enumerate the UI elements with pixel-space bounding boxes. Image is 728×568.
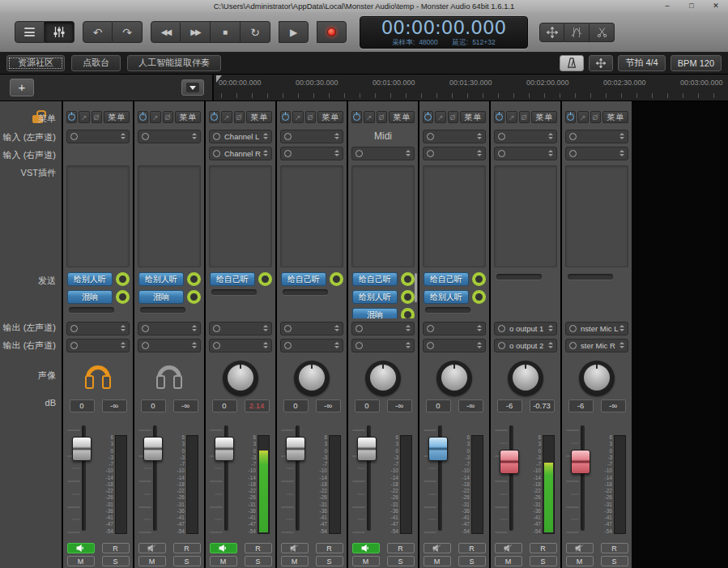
tab-resource-community[interactable]: 资源社区 bbox=[6, 55, 65, 71]
channel-phase-button[interactable]: Ø bbox=[519, 111, 530, 123]
channel-menu-button[interactable]: 菜单 bbox=[104, 111, 130, 123]
solo-button[interactable]: S bbox=[458, 556, 486, 566]
fader-db-value[interactable]: 0 bbox=[141, 399, 166, 412]
send-button[interactable]: 给别人听 bbox=[138, 272, 184, 286]
send-level-knob[interactable] bbox=[187, 290, 201, 304]
send-level-knob[interactable] bbox=[401, 272, 415, 286]
output-select[interactable] bbox=[66, 339, 130, 352]
pan-knob[interactable] bbox=[365, 361, 401, 396]
channel-phase-button[interactable]: Ø bbox=[163, 111, 173, 123]
fader-handle[interactable] bbox=[286, 437, 305, 461]
headphones-icon[interactable] bbox=[152, 363, 186, 394]
peak-db-value[interactable]: -∞ bbox=[102, 399, 127, 412]
output-select[interactable] bbox=[209, 322, 272, 335]
monitor-speaker-button[interactable] bbox=[210, 543, 237, 553]
add-track-button[interactable]: + bbox=[10, 79, 34, 96]
input-select[interactable]: Channel R bbox=[209, 147, 272, 160]
input-select[interactable] bbox=[494, 130, 557, 143]
solo-button[interactable]: S bbox=[102, 556, 130, 566]
record-arm-button[interactable]: R bbox=[245, 543, 272, 553]
input-select[interactable] bbox=[351, 147, 415, 160]
channel-menu-button[interactable]: 菜单 bbox=[460, 111, 486, 123]
channel-power-button[interactable] bbox=[280, 111, 291, 123]
play-button[interactable]: ▶ bbox=[279, 21, 309, 43]
send-slider[interactable] bbox=[568, 274, 613, 280]
fader-handle[interactable] bbox=[143, 437, 163, 461]
solo-button[interactable]: S bbox=[387, 556, 415, 566]
record-arm-button[interactable]: R bbox=[458, 543, 486, 553]
solo-button[interactable]: S bbox=[530, 556, 557, 566]
minimize-button[interactable]: – bbox=[655, 0, 679, 12]
send-slider[interactable] bbox=[425, 307, 470, 313]
send-slider[interactable] bbox=[140, 307, 185, 313]
fader-db-value[interactable]: 0 bbox=[212, 399, 237, 412]
send-button[interactable]: 混响 bbox=[138, 290, 184, 304]
tab-ai-accompaniment-extract[interactable]: 人工智能提取伴奏 bbox=[127, 55, 221, 71]
stop-button[interactable]: ■ bbox=[211, 21, 241, 43]
channel-phase-button[interactable]: Ø bbox=[92, 111, 102, 123]
titlebar[interactable]: C:\Users\Administrator\AppData\Local\Mon… bbox=[0, 0, 728, 12]
send-slider[interactable] bbox=[496, 274, 542, 280]
send-level-knob[interactable] bbox=[116, 272, 130, 286]
fader-handle[interactable] bbox=[500, 450, 519, 474]
input-select[interactable] bbox=[494, 147, 557, 160]
channel-phase-button[interactable]: Ø bbox=[234, 111, 245, 123]
send-level-knob[interactable] bbox=[401, 290, 415, 304]
input-select[interactable] bbox=[66, 130, 130, 143]
channel-phase-button[interactable]: Ø bbox=[590, 111, 601, 123]
undo-button[interactable]: ↶ bbox=[83, 21, 113, 43]
channel-menu-button[interactable]: 菜单 bbox=[317, 111, 343, 123]
fader-db-value[interactable]: 0 bbox=[70, 399, 95, 412]
send-button[interactable]: 给别人听 bbox=[67, 272, 113, 286]
channel-menu-button[interactable]: 菜单 bbox=[246, 111, 272, 123]
channel-phase-button[interactable]: Ø bbox=[305, 111, 316, 123]
pan-knob[interactable] bbox=[294, 361, 330, 396]
send-slider[interactable] bbox=[69, 307, 114, 313]
peak-db-value[interactable]: -∞ bbox=[316, 399, 341, 412]
input-select[interactable] bbox=[423, 130, 486, 143]
vst-plugin-area[interactable] bbox=[138, 165, 201, 267]
record-arm-button[interactable]: R bbox=[530, 543, 557, 553]
monitor-speaker-button[interactable] bbox=[67, 543, 95, 553]
channel-expand-button[interactable]: ↗ bbox=[364, 111, 374, 123]
fader-db-value[interactable]: -6 bbox=[568, 399, 594, 412]
input-select[interactable] bbox=[280, 130, 343, 143]
send-level-knob[interactable] bbox=[401, 308, 415, 319]
move-tool-button[interactable] bbox=[539, 23, 564, 42]
fader-db-value[interactable]: 0 bbox=[355, 399, 380, 412]
channel-expand-button[interactable]: ↗ bbox=[221, 111, 232, 123]
record-arm-button[interactable]: R bbox=[387, 543, 415, 553]
mute-button[interactable]: M bbox=[210, 556, 237, 566]
input-select[interactable] bbox=[565, 130, 628, 143]
tab-song-request[interactable]: 点歌台 bbox=[71, 55, 121, 71]
channel-menu-button[interactable]: 菜单 bbox=[531, 111, 557, 123]
send-slider[interactable] bbox=[283, 289, 328, 295]
fader-track[interactable] bbox=[581, 425, 585, 531]
solo-button[interactable]: S bbox=[316, 556, 343, 566]
channel-menu-button[interactable]: 菜单 bbox=[602, 111, 628, 123]
channel-power-button[interactable] bbox=[138, 111, 148, 123]
pan-knob[interactable] bbox=[436, 361, 472, 396]
rewind-button[interactable]: ◀◀ bbox=[151, 21, 181, 43]
mixer-view-button[interactable] bbox=[45, 21, 75, 43]
peak-db-value[interactable]: 2.14 bbox=[245, 399, 270, 412]
cut-tool-button[interactable] bbox=[590, 23, 615, 42]
channel-menu-button[interactable]: 菜单 bbox=[175, 111, 201, 123]
maximize-button[interactable]: □ bbox=[679, 0, 704, 12]
timeline-ruler[interactable]: 00:00:00.00000:00:30.00000:01:00.00000:0… bbox=[214, 75, 728, 100]
record-arm-button[interactable]: R bbox=[316, 543, 343, 553]
fader-handle[interactable] bbox=[357, 437, 377, 461]
monitor-speaker-button[interactable] bbox=[138, 543, 166, 553]
peak-db-value[interactable]: -∞ bbox=[173, 399, 198, 412]
channel-expand-button[interactable]: ↗ bbox=[150, 111, 160, 123]
fader-db-value[interactable]: 0 bbox=[283, 399, 309, 412]
fader-handle[interactable] bbox=[428, 437, 448, 461]
channel-power-button[interactable] bbox=[209, 111, 219, 123]
peak-db-value[interactable]: -∞ bbox=[458, 399, 483, 412]
output-select[interactable] bbox=[138, 322, 201, 335]
channel-expand-button[interactable]: ↗ bbox=[577, 111, 588, 123]
channel-power-button[interactable] bbox=[423, 111, 433, 123]
output-select[interactable] bbox=[351, 339, 415, 352]
fast-forward-button[interactable]: ▶▶ bbox=[181, 21, 211, 43]
channel-expand-button[interactable]: ↗ bbox=[435, 111, 445, 123]
